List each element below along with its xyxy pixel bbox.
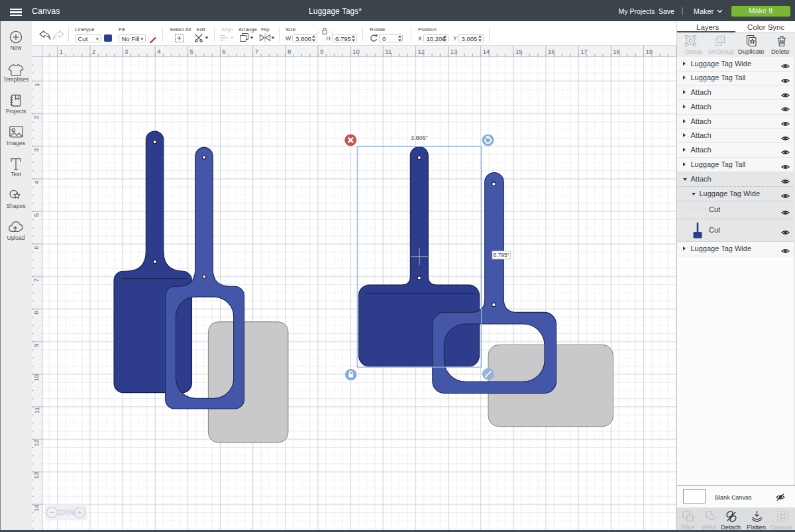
svg-text:8: 8 [32,311,40,314]
svg-text:12: 12 [32,439,40,447]
svg-text:100%: 100% [57,509,74,516]
svg-text:13: 13 [450,48,457,55]
svg-text:7: 7 [254,48,258,55]
svg-text:1: 1 [32,83,40,86]
svg-text:14: 14 [32,505,40,512]
svg-text:Shapes: Shapes [7,203,26,209]
svg-text:Images: Images [7,140,25,146]
svg-text:2: 2 [91,48,95,55]
svg-text:1: 1 [59,48,62,55]
svg-text:3.806″: 3.806″ [410,134,428,141]
svg-text:15: 15 [515,48,522,55]
svg-text:17: 17 [580,48,588,55]
svg-text:9: 9 [320,48,323,55]
svg-text:Upload: Upload [7,235,25,241]
svg-text:5: 5 [189,48,193,55]
svg-text:9: 9 [32,344,40,347]
svg-text:2: 2 [32,116,40,119]
svg-text:4: 4 [32,181,40,184]
svg-text:10: 10 [352,48,360,55]
svg-text:11: 11 [32,407,40,414]
svg-text:Templates: Templates [3,76,29,83]
svg-text:3: 3 [32,148,40,152]
svg-text:14: 14 [482,48,490,55]
svg-text:8: 8 [287,48,290,55]
svg-text:10: 10 [32,374,40,382]
svg-text:Text: Text [11,171,21,178]
svg-text:19: 19 [645,48,653,55]
svg-text:3: 3 [125,48,128,55]
svg-text:11: 11 [385,48,392,55]
svg-text:18: 18 [613,48,620,55]
svg-text:16: 16 [548,48,555,55]
svg-text:7: 7 [32,278,40,282]
svg-text:5: 5 [32,213,40,217]
svg-text:Projects: Projects [6,108,26,115]
svg-text:13: 13 [32,472,40,480]
svg-text:12: 12 [417,48,425,55]
svg-text:6: 6 [222,48,225,55]
svg-text:6: 6 [32,246,40,249]
svg-text:4: 4 [157,48,160,55]
svg-text:6.795″: 6.795″ [493,252,509,258]
